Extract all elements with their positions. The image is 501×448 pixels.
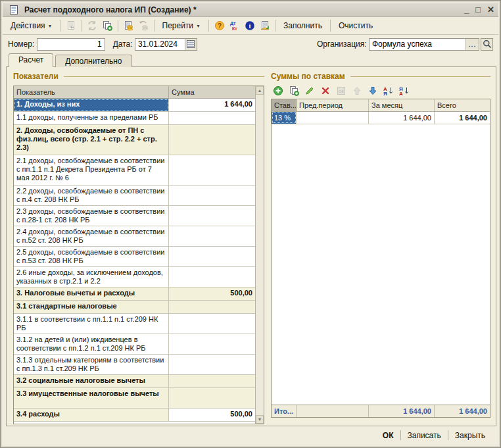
sortdesc-icon[interactable]: ЯА — [397, 84, 411, 98]
indicator-value-cell[interactable] — [169, 226, 255, 246]
minimize-button[interactable]: _ — [464, 4, 469, 16]
indicator-value-cell[interactable] — [169, 125, 255, 155]
indicator-row[interactable]: 3.1 стандартные налоговые — [14, 301, 255, 314]
indicator-label-cell[interactable]: 2.6 иные доходы, за исключением доходов,… — [14, 267, 169, 287]
indicator-row[interactable]: 1.1 доходы, полученные за пределами РБ — [14, 112, 255, 125]
close-form-button[interactable]: Закрыть — [448, 428, 492, 443]
number-input[interactable] — [37, 38, 105, 51]
indicator-label-cell[interactable]: 3.1 стандартные налоговые — [14, 301, 169, 313]
ok-button[interactable]: ОК — [376, 428, 400, 443]
indicator-row[interactable]: 3.2 социальные налоговые вычеты — [14, 375, 255, 388]
indicator-label-cell[interactable]: 1.1 доходы, полученные за пределами РБ — [14, 112, 169, 124]
go-button[interactable]: Перейти▼ — [158, 18, 206, 33]
maximize-button[interactable]: □ — [475, 4, 481, 16]
indicator-label-cell[interactable]: 2.5 доходы, освобождаемые в соответствии… — [14, 247, 169, 266]
edit-icon[interactable] — [302, 84, 316, 98]
rate-row[interactable]: 13 %1 644,001 644,00 — [272, 112, 490, 124]
indicator-value-cell[interactable] — [169, 334, 255, 354]
scroll-track[interactable] — [256, 95, 264, 415]
indicator-value-cell[interactable] — [169, 301, 255, 313]
fill-button[interactable]: Заполнить — [279, 18, 327, 33]
info-icon[interactable]: i — [243, 19, 256, 33]
indicator-value-cell[interactable]: 500,00 — [169, 409, 255, 421]
indicator-label-cell[interactable]: 3. Налоговые вычеты и расходы — [14, 287, 169, 300]
indicator-row[interactable]: 3. Налоговые вычеты и расходы500,00 — [14, 287, 255, 301]
indicator-label-cell[interactable]: 2. Доходы, освобождаемые от ПН с физ.лиц… — [14, 125, 169, 155]
indicator-value-cell[interactable] — [169, 267, 255, 287]
help-icon[interactable]: ? — [212, 19, 226, 33]
clear-button[interactable]: Очистить — [334, 18, 377, 33]
indicator-row[interactable]: 2.6 иные доходы, за исключением доходов,… — [14, 267, 255, 287]
indicator-row[interactable]: 2. Доходы, освобождаемые от ПН с физ.лиц… — [14, 125, 255, 155]
indicator-value-cell[interactable]: 1 644,00 — [169, 99, 255, 111]
sortasc-icon[interactable]: АЯ — [381, 84, 395, 98]
tab-dopolnitelno[interactable]: Дополнительно — [55, 55, 131, 67]
indicator-value-cell[interactable] — [169, 247, 255, 266]
indicator-label-cell[interactable]: 2.2 доходы, освобождаемые в соответствии… — [14, 186, 169, 205]
movedown-icon[interactable] — [366, 84, 379, 98]
indicator-value-cell[interactable] — [169, 186, 255, 205]
indicator-row[interactable]: 3.3 имущественные налоговые вычеты — [14, 388, 255, 409]
indicator-label-cell[interactable]: 3.2 социальные налоговые вычеты — [14, 375, 169, 387]
indicator-label-cell[interactable]: 2.3 доходы, освобождаемые в соответствии… — [14, 206, 169, 226]
indicator-label-cell[interactable]: 1. Доходы, из них — [14, 99, 169, 111]
indicator-row[interactable]: 2.2 доходы, освобождаемые в соответствии… — [14, 186, 255, 206]
moveup-icon[interactable] — [350, 84, 364, 98]
indicator-row[interactable]: 3.1.1 в соответствии с пп.1.1 п.1 ст.209… — [14, 314, 255, 334]
scroll-up-icon[interactable]: ▲ — [256, 86, 264, 95]
indicator-row[interactable]: 1. Доходы, из них1 644,00 — [14, 99, 255, 112]
close-button[interactable]: ✕ — [487, 4, 494, 16]
post-icon[interactable] — [122, 19, 135, 33]
copyrow-icon[interactable] — [287, 84, 300, 98]
indicator-value-cell[interactable] — [169, 112, 255, 124]
filldoc-icon[interactable] — [258, 19, 272, 33]
indicator-row[interactable]: 2.5 доходы, освобождаемые в соответствии… — [14, 247, 255, 267]
calendar-icon[interactable] — [185, 39, 197, 50]
indicator-row[interactable]: 3.1.2 на детей и (или) иждивенцев в соот… — [14, 334, 255, 355]
indicator-label-cell[interactable]: 3.1.1 в соответствии с пп.1.1 п.1 ст.209… — [14, 314, 169, 334]
scroll-down-icon[interactable]: ▼ — [256, 415, 264, 424]
indicator-label-cell[interactable]: 2.1 доходы, освобождаемые в соответствии… — [14, 155, 169, 185]
organization-input[interactable] — [369, 38, 479, 51]
actions-button[interactable]: Действия▼ — [6, 18, 57, 33]
dtkt-icon[interactable]: ДтКт — [227, 19, 241, 33]
copy-icon[interactable] — [101, 19, 114, 33]
indicator-value-cell[interactable] — [169, 206, 255, 226]
indicator-row[interactable]: 2.4 доходы, освобождаемые в соответствии… — [14, 226, 255, 247]
month-amount-cell[interactable]: 1 644,00 — [369, 112, 435, 124]
organization-choose-button[interactable]: ... — [465, 39, 479, 50]
indicator-value-cell[interactable] — [169, 375, 255, 387]
indicator-label-cell[interactable]: 3.1.3 отдельным категориям в соответстви… — [14, 355, 169, 374]
indicator-row[interactable]: 2.1 доходы, освобождаемые в соответствии… — [14, 155, 255, 186]
delete-icon[interactable] — [318, 84, 332, 98]
indicator-row[interactable]: 3.1.3 отдельным категориям в соответстви… — [14, 355, 255, 375]
indicator-label-cell[interactable]: 3.1.2 на детей и (или) иждивенцев в соот… — [14, 334, 169, 354]
indicator-row[interactable]: 2.3 доходы, освобождаемые в соответствии… — [14, 206, 255, 226]
tab-raschet[interactable]: Расчет — [9, 53, 53, 67]
write-button[interactable]: Записать — [401, 428, 448, 443]
indicator-label-cell[interactable]: 3.3 имущественные налоговые вычеты — [14, 388, 169, 408]
total-amount-cell[interactable]: 1 644,00 — [435, 112, 490, 124]
indicator-row[interactable]: 3.4 расходы500,00 — [14, 409, 255, 422]
indicators-group-title: Показатели — [13, 70, 264, 83]
rates-group-title: Суммы по ставкам — [271, 70, 490, 83]
prev-period-cell[interactable] — [297, 112, 369, 124]
indicators-filler — [14, 422, 255, 424]
indicator-value-cell[interactable] — [169, 314, 255, 334]
endedit-icon[interactable]: ОК — [334, 84, 348, 98]
rates-table: Став...Пред.периодЗа месяцВсего 13 %1 64… — [271, 99, 490, 418]
indicator-value-cell[interactable] — [169, 155, 255, 185]
indicator-value-cell[interactable]: 500,00 — [169, 287, 255, 300]
organization-search-icon[interactable] — [481, 38, 493, 51]
unpost-icon[interactable] — [137, 19, 151, 33]
indicator-value-cell[interactable] — [169, 355, 255, 374]
refresh-icon[interactable] — [85, 19, 99, 33]
indicator-label-cell[interactable]: 2.4 доходы, освобождаемые в соответствии… — [14, 226, 169, 246]
add-icon[interactable] — [271, 84, 285, 98]
totals-label-cell: Ито... — [272, 405, 297, 417]
reread-icon[interactable] — [64, 19, 78, 33]
indicator-value-cell[interactable] — [169, 388, 255, 408]
indicators-scrollbar[interactable]: ▲ ▼ — [255, 86, 264, 424]
indicator-label-cell[interactable]: 3.4 расходы — [14, 409, 169, 421]
rate-cell[interactable]: 13 % — [272, 112, 297, 124]
